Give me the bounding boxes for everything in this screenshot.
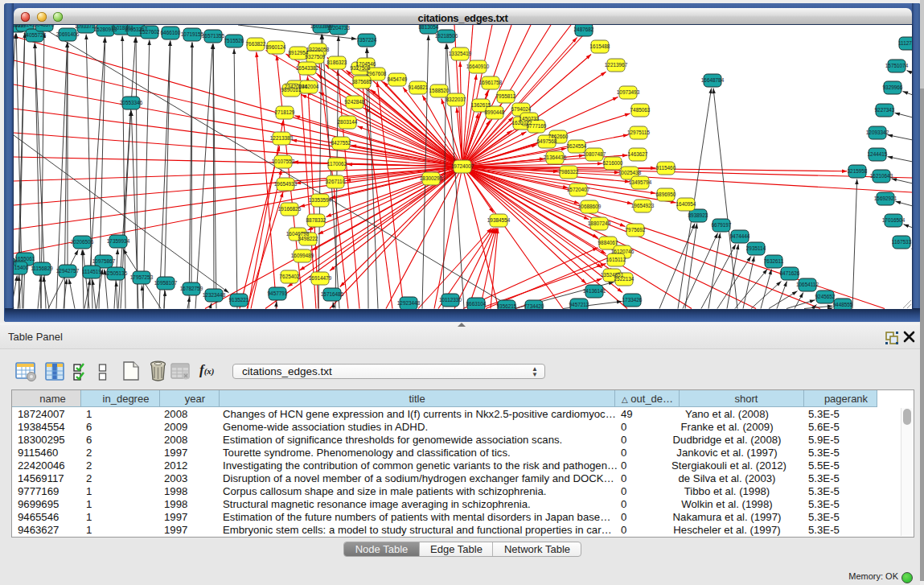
svg-text:2935114: 2935114 <box>746 245 766 251</box>
svg-text:16782759: 16782759 <box>180 286 203 291</box>
svg-text:1615488: 1615488 <box>590 43 610 49</box>
svg-text:3915400: 3915400 <box>14 265 29 270</box>
svg-text:1588520: 1588520 <box>429 88 450 93</box>
svg-text:10112330: 10112330 <box>439 297 462 303</box>
svg-text:10107552: 10107552 <box>272 159 295 164</box>
svg-text:7357224: 7357224 <box>357 37 377 43</box>
svg-text:1640954: 1640954 <box>676 201 696 207</box>
svg-text:19218506: 19218506 <box>435 33 458 39</box>
svg-text:19654933: 19654933 <box>274 181 298 187</box>
svg-text:12505135: 12505135 <box>105 270 128 276</box>
svg-text:16914479: 16914479 <box>309 275 332 281</box>
svg-text:12093342: 12093342 <box>866 130 889 135</box>
svg-text:19654923: 19654923 <box>631 203 655 208</box>
svg-text:11204733: 11204733 <box>327 25 350 31</box>
svg-text:16571355: 16571355 <box>202 33 225 39</box>
svg-text:8938923: 8938923 <box>688 212 708 218</box>
svg-text:16099489: 16099489 <box>291 253 314 258</box>
svg-text:9327509: 9327509 <box>306 54 326 60</box>
svg-text:12942757: 12942757 <box>56 268 80 274</box>
svg-text:15692921: 15692921 <box>874 196 897 201</box>
svg-text:3267110: 3267110 <box>326 179 346 184</box>
svg-text:3498222: 3498222 <box>298 236 318 241</box>
svg-text:10654112: 10654112 <box>796 282 819 287</box>
svg-text:9329966: 9329966 <box>883 84 903 90</box>
svg-text:21364436: 21364436 <box>544 154 567 160</box>
svg-text:10688609: 10688609 <box>578 204 602 209</box>
svg-text:9115460: 9115460 <box>656 165 676 171</box>
svg-text:11156829: 11156829 <box>31 266 53 271</box>
svg-text:18807249: 18807249 <box>588 220 611 226</box>
svg-text:7515526: 7515526 <box>224 38 244 43</box>
svg-text:8322037: 8322037 <box>446 97 466 102</box>
svg-text:9777169: 9777169 <box>527 123 547 129</box>
svg-text:8427552: 8427552 <box>331 140 351 146</box>
svg-text:7625402: 7625402 <box>280 274 300 279</box>
svg-text:16648784: 16648784 <box>701 77 725 83</box>
svg-text:7986322: 7986322 <box>559 169 579 175</box>
svg-text:7663822: 7663822 <box>246 41 266 47</box>
svg-text:9048570: 9048570 <box>35 25 55 27</box>
svg-text:1114519: 1114519 <box>82 269 101 274</box>
svg-text:10975867: 10975867 <box>92 258 116 264</box>
svg-text:9890161: 9890161 <box>281 87 302 93</box>
svg-text:3624554: 3624554 <box>567 143 587 149</box>
svg-text:9448555: 9448555 <box>833 302 853 307</box>
svg-text:6896950: 6896950 <box>656 192 676 197</box>
svg-text:9884067: 9884067 <box>598 240 618 245</box>
svg-text:2342004: 2342004 <box>299 84 319 89</box>
svg-text:15751074: 15751074 <box>885 63 909 68</box>
svg-text:9227343: 9227343 <box>875 107 895 113</box>
svg-text:8307249: 8307249 <box>15 25 35 27</box>
svg-text:12323448: 12323448 <box>203 292 226 298</box>
svg-text:1244415: 1244415 <box>868 151 888 157</box>
svg-text:19724007: 19724007 <box>451 163 474 169</box>
svg-text:20691406: 20691406 <box>56 31 80 37</box>
svg-text:12213383: 12213383 <box>270 135 294 141</box>
svg-text:20553346: 20553346 <box>120 100 143 105</box>
svg-text:10025438: 10025438 <box>618 170 642 175</box>
svg-text:10807487: 10807487 <box>583 151 606 157</box>
svg-text:1450733: 1450733 <box>519 116 540 122</box>
svg-text:1733426: 1733426 <box>622 297 643 303</box>
svg-text:19166825: 19166825 <box>278 206 302 212</box>
svg-text:12975115: 12975115 <box>627 130 650 135</box>
svg-text:8960124: 8960124 <box>266 44 286 50</box>
svg-text:9474444: 9474444 <box>730 233 750 239</box>
svg-text:10719155: 10719155 <box>181 31 204 37</box>
svg-text:15716485: 15716485 <box>321 291 344 297</box>
svg-text:1167533: 1167533 <box>892 239 912 245</box>
svg-text:1170062: 1170062 <box>327 161 347 167</box>
svg-text:9457791: 9457791 <box>268 290 288 296</box>
svg-text:16543382: 16543382 <box>296 65 319 71</box>
svg-text:8186323: 8186323 <box>327 60 347 65</box>
svg-text:17957253: 17957253 <box>130 274 154 280</box>
svg-text:9457212: 9457212 <box>569 302 589 307</box>
svg-text:19384554: 19384554 <box>487 217 511 223</box>
svg-text:18300295: 18300295 <box>420 175 443 181</box>
svg-text:2487682: 2487682 <box>574 27 594 32</box>
svg-text:16640910: 16640910 <box>466 64 490 69</box>
svg-text:2718129: 2718129 <box>275 109 295 115</box>
svg-text:3875685: 3875685 <box>352 79 372 84</box>
svg-text:1704546: 1704546 <box>356 61 376 67</box>
svg-text:8813054: 8813054 <box>419 25 439 30</box>
svg-text:20206506: 20206506 <box>71 239 94 245</box>
svg-text:9146821: 9146821 <box>409 84 429 90</box>
svg-text:7955812: 7955812 <box>496 93 516 99</box>
svg-text:12213967: 12213967 <box>605 62 628 68</box>
svg-text:6794024: 6794024 <box>511 106 532 112</box>
svg-text:13325419: 13325419 <box>449 51 472 56</box>
svg-text:9245652: 9245652 <box>815 294 836 299</box>
svg-text:6216000: 6216000 <box>603 160 623 166</box>
svg-text:6679197: 6679197 <box>712 222 732 228</box>
svg-text:8878332: 8878332 <box>306 217 326 223</box>
svg-text:8471626: 8471626 <box>780 270 800 276</box>
svg-text:7975692: 7975692 <box>626 227 646 233</box>
svg-text:13495794: 13495794 <box>629 179 652 185</box>
svg-text:1112733: 1112733 <box>898 40 912 46</box>
svg-text:10973493: 10973493 <box>617 89 640 95</box>
svg-text:17016504: 17016504 <box>882 217 906 223</box>
svg-text:13353594: 13353594 <box>309 197 332 203</box>
svg-text:14055724: 14055724 <box>23 32 47 38</box>
